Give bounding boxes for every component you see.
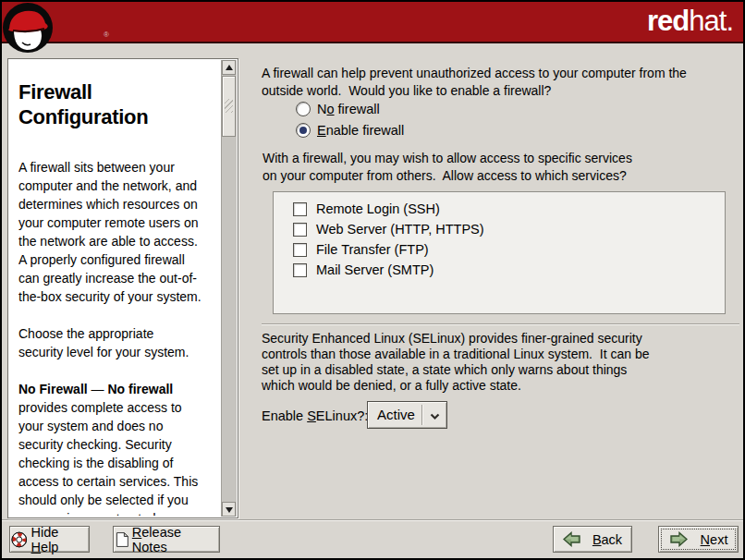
release-notes-label: Release Notes (132, 525, 219, 554)
lifebuoy-help-icon (10, 530, 29, 549)
radio-no-firewall[interactable]: No firewall (296, 100, 380, 118)
help-scrollbar[interactable] (221, 60, 237, 517)
checkbox-icon[interactable] (293, 202, 307, 216)
no-firewall-term-2: No firewall (107, 382, 173, 396)
checkbox-icon[interactable] (293, 223, 307, 237)
arrow-up-icon (226, 65, 233, 70)
help-panel: Firewall Configuration A firewall sits b… (7, 58, 238, 518)
service-label: Web Server (HTTP, HTTPS) (316, 222, 484, 237)
service-label: File Transfer (FTP) (316, 242, 429, 257)
redhat-wordmark: redhat. (647, 4, 733, 39)
scroll-up-button[interactable] (222, 60, 236, 75)
next-button[interactable]: Next (658, 526, 739, 553)
installer-window: { "colors": { "header_red": "#9e1216", "… (0, 0, 745, 560)
no-firewall-description: provides complete access to your system … (18, 398, 221, 516)
back-button[interactable]: Back (553, 526, 632, 553)
brand-hat: hat. (689, 5, 733, 37)
radio-no-firewall-label: No firewall (317, 102, 380, 116)
radio-enable-firewall-label: Enable firewall (317, 123, 404, 138)
next-arrow-icon (669, 531, 688, 547)
selinux-dropdown-value: Active (377, 407, 415, 422)
help-text: Firewall Configuration A firewall sits b… (18, 59, 221, 516)
selinux-description: Security Enhanced Linux (SELinux) provid… (262, 331, 742, 394)
radio-button-icon[interactable] (296, 123, 311, 138)
scroll-down-button[interactable] (222, 502, 236, 517)
help-paragraph-1: A firewall sits between your computer an… (18, 158, 221, 306)
chevron-down-icon (430, 413, 440, 420)
scrollbar-thumb[interactable] (222, 76, 236, 137)
service-row-ssh[interactable]: Remote Login (SSH) (293, 199, 725, 219)
hide-help-button[interactable]: Hide Help (9, 526, 90, 553)
service-label: Mail Server (SMTP) (316, 262, 434, 277)
service-row-smtp[interactable]: Mail Server (SMTP) (293, 260, 725, 280)
header-banner: redhat. ® (2, 2, 743, 43)
service-row-ftp[interactable]: File Transfer (FTP) (293, 239, 725, 260)
firewall-intro-text: A firewall can help prevent unauthorized… (262, 65, 742, 100)
services-intro-text: With a firewall, you may wish to allow a… (263, 150, 743, 185)
services-list: Remote Login (SSH) Web Server (HTTP, HTT… (273, 191, 726, 314)
hide-help-label: Hide Help (31, 525, 89, 554)
help-paragraph-no-firewall: No Firewall — No firewall provides compl… (18, 380, 221, 516)
radio-enable-firewall[interactable]: Enable firewall (296, 121, 404, 140)
redhat-shadowman-logo-icon (2, 2, 55, 55)
service-label: Remote Login (SSH) (316, 201, 440, 216)
release-notes-button[interactable]: Release Notes (113, 526, 220, 553)
help-title: Firewall Configuration (18, 79, 221, 129)
selinux-separator (262, 323, 739, 325)
selinux-label: Enable SELinux?: (262, 408, 368, 423)
registered-trademark: ® (104, 30, 109, 39)
footer-separator (2, 519, 743, 521)
document-icon (114, 530, 131, 549)
dropdown-divider (421, 405, 423, 425)
back-arrow-icon (563, 531, 581, 547)
back-label: Back (592, 532, 622, 547)
scrollbar-grip-icon (225, 99, 233, 113)
next-label: Next (701, 532, 728, 547)
service-row-http[interactable]: Web Server (HTTP, HTTPS) (293, 219, 725, 239)
no-firewall-term: No Firewall (18, 382, 88, 396)
dash: — (88, 382, 108, 396)
selinux-dropdown[interactable]: Active (367, 401, 447, 429)
radio-button-icon[interactable] (296, 102, 311, 116)
arrow-down-icon (226, 507, 233, 513)
help-paragraph-2: Choose the appropriate security level fo… (18, 324, 221, 361)
checkbox-icon[interactable] (293, 263, 307, 277)
checkbox-icon[interactable] (293, 243, 307, 257)
brand-red: red (647, 5, 689, 37)
